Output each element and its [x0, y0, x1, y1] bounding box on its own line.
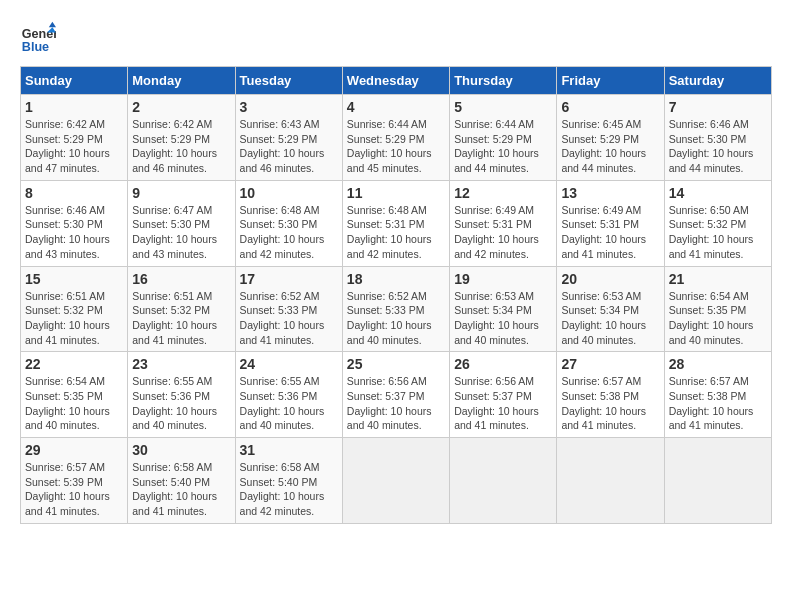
daylight-label: Daylight: 10 hours and 40 minutes.: [561, 319, 646, 346]
day-number: 31: [240, 442, 338, 458]
day-info: Sunrise: 6:54 AM Sunset: 5:35 PM Dayligh…: [25, 374, 123, 433]
calendar-cell: 31 Sunrise: 6:58 AM Sunset: 5:40 PM Dayl…: [235, 438, 342, 524]
daylight-label: Daylight: 10 hours and 41 minutes.: [561, 405, 646, 432]
sunset-label: Sunset: 5:32 PM: [669, 218, 747, 230]
daylight-label: Daylight: 10 hours and 46 minutes.: [132, 147, 217, 174]
sunrise-label: Sunrise: 6:47 AM: [132, 204, 212, 216]
calendar-cell: 10 Sunrise: 6:48 AM Sunset: 5:30 PM Dayl…: [235, 180, 342, 266]
day-number: 11: [347, 185, 445, 201]
logo-icon: General Blue: [20, 20, 56, 56]
sunrise-label: Sunrise: 6:44 AM: [454, 118, 534, 130]
day-number: 23: [132, 356, 230, 372]
day-number: 13: [561, 185, 659, 201]
sunset-label: Sunset: 5:36 PM: [132, 390, 210, 402]
sunrise-label: Sunrise: 6:55 AM: [132, 375, 212, 387]
calendar-cell: 3 Sunrise: 6:43 AM Sunset: 5:29 PM Dayli…: [235, 95, 342, 181]
sunrise-label: Sunrise: 6:51 AM: [25, 290, 105, 302]
calendar-cell: 18 Sunrise: 6:52 AM Sunset: 5:33 PM Dayl…: [342, 266, 449, 352]
day-info: Sunrise: 6:57 AM Sunset: 5:38 PM Dayligh…: [669, 374, 767, 433]
daylight-label: Daylight: 10 hours and 42 minutes.: [240, 233, 325, 260]
calendar-header-row: SundayMondayTuesdayWednesdayThursdayFrid…: [21, 67, 772, 95]
calendar-cell: 27 Sunrise: 6:57 AM Sunset: 5:38 PM Dayl…: [557, 352, 664, 438]
day-number: 20: [561, 271, 659, 287]
day-number: 3: [240, 99, 338, 115]
sunrise-label: Sunrise: 6:52 AM: [240, 290, 320, 302]
daylight-label: Daylight: 10 hours and 40 minutes.: [454, 319, 539, 346]
sunrise-label: Sunrise: 6:57 AM: [25, 461, 105, 473]
sunrise-label: Sunrise: 6:58 AM: [132, 461, 212, 473]
calendar-cell: [450, 438, 557, 524]
day-number: 24: [240, 356, 338, 372]
sunset-label: Sunset: 5:31 PM: [347, 218, 425, 230]
calendar-cell: 21 Sunrise: 6:54 AM Sunset: 5:35 PM Dayl…: [664, 266, 771, 352]
calendar-cell: 9 Sunrise: 6:47 AM Sunset: 5:30 PM Dayli…: [128, 180, 235, 266]
sunrise-label: Sunrise: 6:52 AM: [347, 290, 427, 302]
daylight-label: Daylight: 10 hours and 45 minutes.: [347, 147, 432, 174]
sunrise-label: Sunrise: 6:44 AM: [347, 118, 427, 130]
sunrise-label: Sunrise: 6:56 AM: [454, 375, 534, 387]
calendar-cell: 22 Sunrise: 6:54 AM Sunset: 5:35 PM Dayl…: [21, 352, 128, 438]
calendar-week-4: 22 Sunrise: 6:54 AM Sunset: 5:35 PM Dayl…: [21, 352, 772, 438]
sunrise-label: Sunrise: 6:46 AM: [25, 204, 105, 216]
day-info: Sunrise: 6:58 AM Sunset: 5:40 PM Dayligh…: [132, 460, 230, 519]
day-info: Sunrise: 6:53 AM Sunset: 5:34 PM Dayligh…: [454, 289, 552, 348]
calendar-cell: 13 Sunrise: 6:49 AM Sunset: 5:31 PM Dayl…: [557, 180, 664, 266]
daylight-label: Daylight: 10 hours and 40 minutes.: [25, 405, 110, 432]
day-header-monday: Monday: [128, 67, 235, 95]
day-number: 14: [669, 185, 767, 201]
day-info: Sunrise: 6:44 AM Sunset: 5:29 PM Dayligh…: [454, 117, 552, 176]
sunrise-label: Sunrise: 6:54 AM: [25, 375, 105, 387]
sunset-label: Sunset: 5:29 PM: [347, 133, 425, 145]
day-info: Sunrise: 6:48 AM Sunset: 5:30 PM Dayligh…: [240, 203, 338, 262]
daylight-label: Daylight: 10 hours and 41 minutes.: [132, 319, 217, 346]
day-info: Sunrise: 6:56 AM Sunset: 5:37 PM Dayligh…: [454, 374, 552, 433]
day-info: Sunrise: 6:44 AM Sunset: 5:29 PM Dayligh…: [347, 117, 445, 176]
day-header-wednesday: Wednesday: [342, 67, 449, 95]
day-info: Sunrise: 6:57 AM Sunset: 5:39 PM Dayligh…: [25, 460, 123, 519]
daylight-label: Daylight: 10 hours and 44 minutes.: [561, 147, 646, 174]
sunset-label: Sunset: 5:30 PM: [25, 218, 103, 230]
calendar-cell: 24 Sunrise: 6:55 AM Sunset: 5:36 PM Dayl…: [235, 352, 342, 438]
day-info: Sunrise: 6:51 AM Sunset: 5:32 PM Dayligh…: [25, 289, 123, 348]
daylight-label: Daylight: 10 hours and 40 minutes.: [132, 405, 217, 432]
sunrise-label: Sunrise: 6:56 AM: [347, 375, 427, 387]
sunset-label: Sunset: 5:33 PM: [347, 304, 425, 316]
daylight-label: Daylight: 10 hours and 46 minutes.: [240, 147, 325, 174]
calendar-table: SundayMondayTuesdayWednesdayThursdayFrid…: [20, 66, 772, 524]
sunset-label: Sunset: 5:39 PM: [25, 476, 103, 488]
calendar-cell: 15 Sunrise: 6:51 AM Sunset: 5:32 PM Dayl…: [21, 266, 128, 352]
sunrise-label: Sunrise: 6:45 AM: [561, 118, 641, 130]
calendar-cell: 29 Sunrise: 6:57 AM Sunset: 5:39 PM Dayl…: [21, 438, 128, 524]
calendar-cell: 7 Sunrise: 6:46 AM Sunset: 5:30 PM Dayli…: [664, 95, 771, 181]
day-info: Sunrise: 6:55 AM Sunset: 5:36 PM Dayligh…: [240, 374, 338, 433]
day-number: 27: [561, 356, 659, 372]
sunset-label: Sunset: 5:34 PM: [561, 304, 639, 316]
day-header-tuesday: Tuesday: [235, 67, 342, 95]
sunset-label: Sunset: 5:33 PM: [240, 304, 318, 316]
day-info: Sunrise: 6:42 AM Sunset: 5:29 PM Dayligh…: [132, 117, 230, 176]
svg-text:Blue: Blue: [22, 40, 49, 54]
sunrise-label: Sunrise: 6:50 AM: [669, 204, 749, 216]
day-header-friday: Friday: [557, 67, 664, 95]
daylight-label: Daylight: 10 hours and 42 minutes.: [454, 233, 539, 260]
sunset-label: Sunset: 5:35 PM: [669, 304, 747, 316]
day-info: Sunrise: 6:52 AM Sunset: 5:33 PM Dayligh…: [240, 289, 338, 348]
daylight-label: Daylight: 10 hours and 44 minutes.: [669, 147, 754, 174]
day-info: Sunrise: 6:48 AM Sunset: 5:31 PM Dayligh…: [347, 203, 445, 262]
calendar-cell: [342, 438, 449, 524]
calendar-cell: 30 Sunrise: 6:58 AM Sunset: 5:40 PM Dayl…: [128, 438, 235, 524]
day-number: 6: [561, 99, 659, 115]
calendar-cell: 25 Sunrise: 6:56 AM Sunset: 5:37 PM Dayl…: [342, 352, 449, 438]
daylight-label: Daylight: 10 hours and 41 minutes.: [454, 405, 539, 432]
day-number: 22: [25, 356, 123, 372]
calendar-cell: 20 Sunrise: 6:53 AM Sunset: 5:34 PM Dayl…: [557, 266, 664, 352]
day-header-sunday: Sunday: [21, 67, 128, 95]
day-number: 2: [132, 99, 230, 115]
sunrise-label: Sunrise: 6:53 AM: [561, 290, 641, 302]
sunset-label: Sunset: 5:40 PM: [240, 476, 318, 488]
daylight-label: Daylight: 10 hours and 40 minutes.: [669, 319, 754, 346]
day-info: Sunrise: 6:52 AM Sunset: 5:33 PM Dayligh…: [347, 289, 445, 348]
daylight-label: Daylight: 10 hours and 44 minutes.: [454, 147, 539, 174]
day-number: 21: [669, 271, 767, 287]
day-number: 4: [347, 99, 445, 115]
